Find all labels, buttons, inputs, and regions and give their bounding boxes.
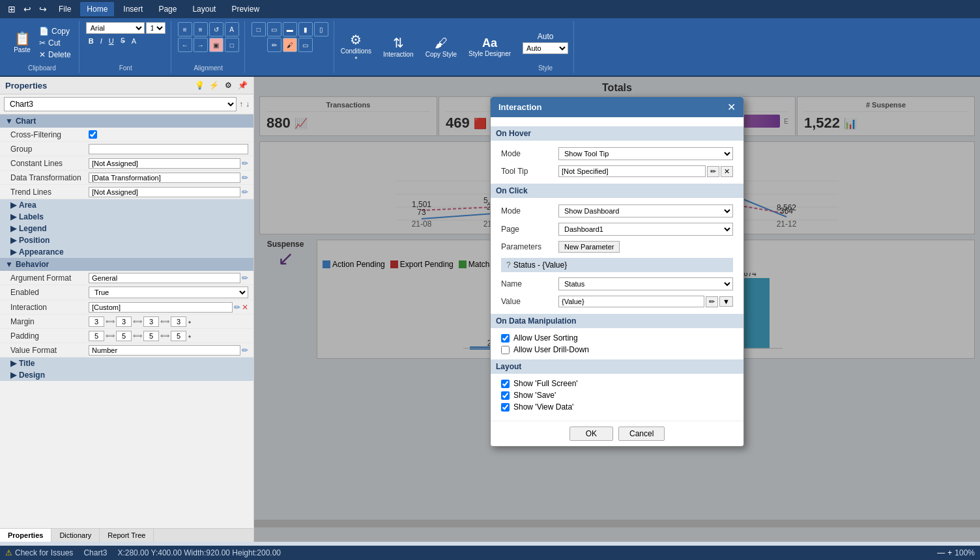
constant-lines-edit[interactable]: ✏: [242, 159, 248, 168]
fill-color-btn[interactable]: ▣: [209, 38, 223, 52]
bold-btn[interactable]: B: [86, 36, 96, 46]
strikethrough-btn[interactable]: S̶: [118, 35, 128, 46]
interaction-edit[interactable]: ✏: [234, 303, 240, 312]
style-designer-btn[interactable]: Aa Style Designer: [463, 21, 516, 73]
align-justify-btn[interactable]: A: [225, 22, 239, 36]
tooltip-clear-btn[interactable]: ✕: [721, 166, 733, 177]
param-value-edit-btn[interactable]: ✏: [706, 296, 718, 307]
chart-select[interactable]: Chart3: [4, 97, 237, 111]
rect-fill-btn[interactable]: ▬: [283, 22, 297, 36]
constant-lines-input[interactable]: [89, 158, 240, 169]
margin-3[interactable]: [143, 316, 159, 327]
dictionary-tab[interactable]: Dictionary: [51, 529, 100, 542]
font-size-select[interactable]: 13: [146, 22, 166, 34]
data-transform-edit[interactable]: ✏: [242, 173, 248, 182]
value-format-input[interactable]: [89, 345, 240, 356]
copy-style-btn[interactable]: 🖌 Copy Style: [420, 21, 462, 73]
value-format-edit[interactable]: ✏: [242, 346, 248, 355]
param-value-input[interactable]: [558, 296, 704, 307]
shape5-btn[interactable]: ▯: [314, 22, 328, 36]
copy-btn[interactable]: 📄 Copy: [36, 26, 74, 36]
prop-icon-bulb[interactable]: 💡: [194, 79, 205, 91]
new-param-btn[interactable]: New Parameter: [558, 241, 620, 253]
delete-btn[interactable]: ✕ Delete: [36, 49, 74, 60]
border-btn[interactable]: □: [225, 38, 239, 52]
position-section[interactable]: ▶ Position: [0, 234, 253, 246]
title-section[interactable]: ▶ Title: [0, 357, 253, 369]
allow-drill-checkbox[interactable]: [501, 346, 510, 354]
border2-btn[interactable]: ▭: [298, 38, 313, 52]
properties-scroll[interactable]: ▼ Chart Cross-Filtering Group Constant L…: [0, 115, 253, 528]
align-left-btn[interactable]: ≡: [178, 22, 192, 36]
click-page-select[interactable]: Dashboard1: [558, 223, 733, 236]
padding-4[interactable]: [171, 331, 186, 341]
padding-3[interactable]: [143, 331, 159, 341]
legend-section[interactable]: ▶ Legend: [0, 223, 253, 234]
menu-tab-page[interactable]: Page: [152, 2, 183, 16]
data-transform-input[interactable]: [89, 173, 240, 183]
rect-btn[interactable]: □: [252, 22, 266, 36]
menu-tab-home[interactable]: Home: [80, 2, 114, 16]
menu-tab-layout[interactable]: Layout: [186, 2, 222, 16]
paste-btn[interactable]: 📋 Paste: [10, 31, 34, 55]
param-name-select[interactable]: Status: [558, 277, 733, 290]
undo-icon[interactable]: ↩: [21, 3, 34, 16]
show-save-checkbox[interactable]: [501, 391, 510, 400]
area-section[interactable]: ▶ Area: [0, 199, 253, 211]
align-center-btn[interactable]: ≡: [194, 22, 208, 36]
align-right-btn[interactable]: ↺: [209, 22, 223, 36]
font-name-select[interactable]: Arial: [86, 22, 145, 34]
conditions-btn[interactable]: ⚙ Conditions ●: [336, 21, 377, 73]
pen-btn[interactable]: ✏: [267, 38, 281, 52]
padding-1[interactable]: [89, 331, 104, 341]
prop-icon-bolt[interactable]: ⚡: [208, 79, 220, 91]
show-view-data-checkbox[interactable]: [501, 403, 510, 412]
tooltip-input[interactable]: [558, 165, 706, 177]
sort-desc-btn[interactable]: ↓: [246, 100, 250, 109]
interaction-clear[interactable]: ✕: [242, 303, 248, 312]
modal-cancel-btn[interactable]: Cancel: [618, 427, 665, 441]
margin-4[interactable]: [171, 316, 186, 327]
tooltip-edit-btn[interactable]: ✏: [707, 166, 719, 177]
group-input[interactable]: [89, 144, 248, 154]
properties-tab[interactable]: Properties: [0, 529, 51, 542]
cross-filtering-checkbox[interactable]: [89, 130, 97, 139]
modal-ok-btn[interactable]: OK: [569, 427, 613, 441]
enabled-select[interactable]: True: [89, 287, 248, 298]
sort-asc-btn[interactable]: ↑: [239, 100, 243, 109]
arg-format-input[interactable]: [89, 273, 240, 283]
prop-icon-gear[interactable]: ⚙: [222, 79, 234, 91]
app-icon[interactable]: ⊞: [5, 3, 18, 16]
menu-tab-file[interactable]: File: [52, 2, 78, 16]
param-value-dropdown-btn[interactable]: ▼: [719, 296, 733, 307]
zoom-in-btn[interactable]: +: [947, 548, 952, 557]
labels-section[interactable]: ▶ Labels: [0, 211, 253, 223]
trend-lines-input[interactable]: [89, 187, 240, 197]
allow-sorting-checkbox[interactable]: [501, 334, 510, 343]
hover-mode-select[interactable]: Show Tool Tip: [558, 147, 733, 160]
report-tree-tab[interactable]: Report Tree: [100, 529, 154, 542]
margin-1[interactable]: [89, 316, 104, 327]
prop-icon-pin[interactable]: 📌: [237, 79, 248, 91]
arg-format-edit[interactable]: ✏: [242, 273, 248, 283]
behavior-section[interactable]: ▼ Behavior: [0, 258, 253, 271]
indent-btn[interactable]: ←: [178, 38, 192, 52]
menu-tab-preview[interactable]: Preview: [225, 2, 266, 16]
redo-icon[interactable]: ↪: [36, 3, 50, 16]
highlight-btn[interactable]: 🖌: [283, 38, 297, 52]
chart-section[interactable]: ▼ Chart: [0, 115, 253, 128]
modal-close-btn[interactable]: ✕: [727, 101, 736, 113]
full-screen-checkbox[interactable]: [501, 380, 510, 388]
click-mode-select[interactable]: Show Dashboard: [558, 204, 733, 217]
font-color-btn[interactable]: A: [129, 36, 139, 46]
margin-2[interactable]: [116, 316, 132, 327]
underline-btn[interactable]: U: [106, 36, 117, 46]
menu-tab-insert[interactable]: Insert: [117, 2, 149, 16]
padding-2[interactable]: [116, 331, 132, 341]
trend-lines-edit[interactable]: ✏: [242, 188, 248, 197]
outdent-btn[interactable]: →: [194, 38, 208, 52]
interaction-input[interactable]: [89, 302, 233, 313]
shape4-btn[interactable]: ▮: [298, 22, 313, 36]
zoom-out-btn[interactable]: —: [937, 548, 945, 557]
design-section[interactable]: ▶ Design: [0, 369, 253, 381]
